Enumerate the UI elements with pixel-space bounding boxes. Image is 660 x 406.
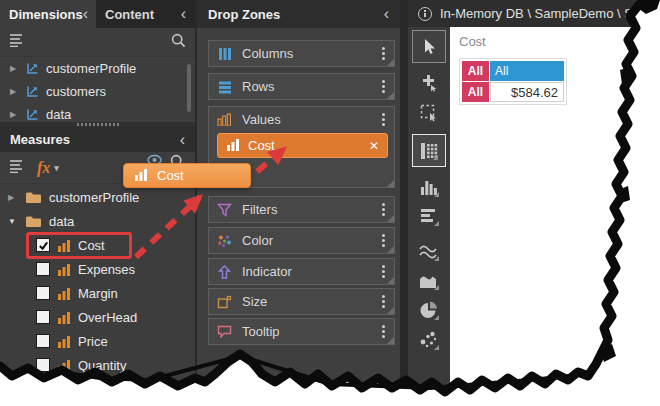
collapse-tree-icon[interactable]: ▼ xyxy=(8,217,19,226)
pointer-tool-button[interactable] xyxy=(412,30,446,63)
bar-chart-tool-button[interactable] xyxy=(408,174,450,200)
resize-grip-icon[interactable] xyxy=(387,307,394,314)
measure-folder-data[interactable]: ▼ data xyxy=(0,209,195,233)
panel-divider xyxy=(400,0,408,406)
folder-icon xyxy=(25,215,42,228)
collapse-content-icon[interactable]: ‹ xyxy=(181,6,186,22)
expand-icon[interactable]: ▶ xyxy=(10,64,20,73)
horizontal-bar-chart-tool-button[interactable] xyxy=(408,203,450,229)
resize-grip-icon[interactable] xyxy=(387,215,394,222)
resize-grip-icon[interactable] xyxy=(387,277,394,284)
measure-icon xyxy=(226,137,240,155)
values-cost-chip[interactable]: Cost ✕ xyxy=(217,133,388,158)
measure-item-overhead[interactable]: OverHead xyxy=(0,305,195,329)
tree-item-customers[interactable]: ▶ customers xyxy=(0,80,195,103)
checkbox-unchecked[interactable] xyxy=(36,262,50,276)
visualization-toolbar xyxy=(408,27,450,406)
datasource-title: In-Memory DB \ SampleDemo \ S xyxy=(440,6,633,21)
measure-item-quantity[interactable]: Quantity xyxy=(0,353,195,377)
resize-grip-icon[interactable] xyxy=(387,59,394,66)
checkbox-unchecked[interactable] xyxy=(36,286,50,300)
dimensions-scrollbar[interactable] xyxy=(187,64,191,112)
pivot-grid-tool-button[interactable] xyxy=(412,134,446,167)
drop-zone-color[interactable]: Color xyxy=(208,227,395,254)
drop-zone-tooltip[interactable]: Tooltip xyxy=(208,318,395,345)
zone-label: Tooltip xyxy=(242,324,280,339)
resize-grip-icon[interactable] xyxy=(387,92,394,99)
measure-item-expenses[interactable]: Expenses xyxy=(0,257,195,281)
splitter-grip-icon xyxy=(77,123,119,126)
expand-icon[interactable]: ▶ xyxy=(10,110,20,119)
measure-folder-customerprofile[interactable]: ▶ customerProfile xyxy=(0,185,195,209)
pivot-value-cell: $584.62 xyxy=(490,82,564,102)
line-chart-tool-button[interactable] xyxy=(408,239,450,265)
drop-zone-columns[interactable]: Columns xyxy=(208,40,395,67)
measure-item-label: Margin xyxy=(78,286,118,301)
dimension-icon xyxy=(26,85,39,98)
expand-icon[interactable]: ▶ xyxy=(8,193,19,202)
widget-title: Cost xyxy=(459,34,486,49)
tab-dimensions-label: Dimensions xyxy=(9,7,83,22)
info-icon[interactable] xyxy=(418,7,432,21)
drop-zone-filters[interactable]: Filters xyxy=(208,196,395,223)
resize-grip-icon[interactable] xyxy=(387,337,394,344)
columns-icon xyxy=(216,47,233,61)
drop-zone-indicator[interactable]: Indicator xyxy=(208,258,395,285)
zone-menu-icon[interactable] xyxy=(380,201,387,218)
pie-chart-tool-button[interactable] xyxy=(408,297,450,323)
measure-item-label: Quantity xyxy=(78,358,126,373)
collapse-measures-icon[interactable]: ‹ xyxy=(180,132,185,148)
pivot-grid: All All All $584.62 xyxy=(459,58,567,105)
zone-menu-icon[interactable] xyxy=(380,293,387,310)
zone-menu-icon[interactable] xyxy=(380,45,387,62)
tab-content-label: Content xyxy=(105,7,154,22)
measure-item-label: Expenses xyxy=(78,262,135,277)
checkbox-unchecked[interactable] xyxy=(36,310,50,324)
collapse-dimensions-icon[interactable]: ‹ xyxy=(83,6,88,22)
zone-menu-icon[interactable] xyxy=(380,263,387,280)
measure-icon xyxy=(57,335,71,348)
tab-content[interactable]: Content ‹ xyxy=(96,0,195,28)
list-view-icon[interactable] xyxy=(9,33,25,51)
measure-item-price[interactable]: Price xyxy=(0,329,195,353)
pivot-row-header: All xyxy=(462,82,489,102)
measure-icon xyxy=(57,311,71,324)
measure-folder-label: data xyxy=(49,214,74,229)
resize-grip-icon[interactable] xyxy=(387,246,394,253)
zone-menu-icon[interactable] xyxy=(380,232,387,249)
collapse-drop-zones-icon[interactable]: ‹ xyxy=(384,6,389,22)
area-chart-tool-button[interactable] xyxy=(408,268,450,294)
tree-item-data[interactable]: ▶ data xyxy=(0,103,195,122)
values-icon xyxy=(216,113,233,126)
zone-menu-icon[interactable] xyxy=(380,111,387,128)
add-calculation-button[interactable]: fx ▾ xyxy=(37,159,59,177)
measure-item-margin[interactable]: Margin xyxy=(0,281,195,305)
design-canvas: Cost All All All $584.62 xyxy=(450,27,660,406)
drag-ghost-chip[interactable]: Cost xyxy=(123,163,251,188)
resize-grip-icon[interactable] xyxy=(387,180,394,187)
drop-zones-panel: Drop Zones ‹ Columns Rows xyxy=(197,0,400,406)
remove-chip-icon[interactable]: ✕ xyxy=(369,139,379,153)
list-view-icon[interactable] xyxy=(9,159,25,177)
tooltip-icon xyxy=(216,325,233,338)
tree-item-label: customers xyxy=(46,84,106,99)
checkbox-unchecked[interactable] xyxy=(36,358,50,372)
drop-zone-rows[interactable]: Rows xyxy=(208,73,395,100)
pivot-column-header: All xyxy=(490,61,564,81)
zone-menu-icon[interactable] xyxy=(380,78,387,95)
scatter-chart-tool-button[interactable] xyxy=(408,327,450,353)
zone-menu-icon[interactable] xyxy=(380,323,387,340)
tab-dimensions[interactable]: Dimensions ‹ xyxy=(0,0,96,28)
drag-chip-label: Cost xyxy=(157,168,184,183)
pivot-corner-cell: All xyxy=(462,61,489,81)
add-element-button[interactable] xyxy=(408,70,450,96)
checkbox-unchecked[interactable] xyxy=(36,334,50,348)
marquee-select-button[interactable] xyxy=(408,100,450,126)
search-icon[interactable] xyxy=(171,33,186,52)
expand-icon[interactable]: ▶ xyxy=(10,87,20,96)
zone-label: Size xyxy=(242,294,267,309)
tree-item-customerprofile[interactable]: ▶ customerProfile xyxy=(0,57,195,80)
drop-zone-size[interactable]: Size xyxy=(208,288,395,315)
left-tabbar: Dimensions ‹ Content ‹ xyxy=(0,0,195,28)
zone-label: Filters xyxy=(242,202,277,217)
